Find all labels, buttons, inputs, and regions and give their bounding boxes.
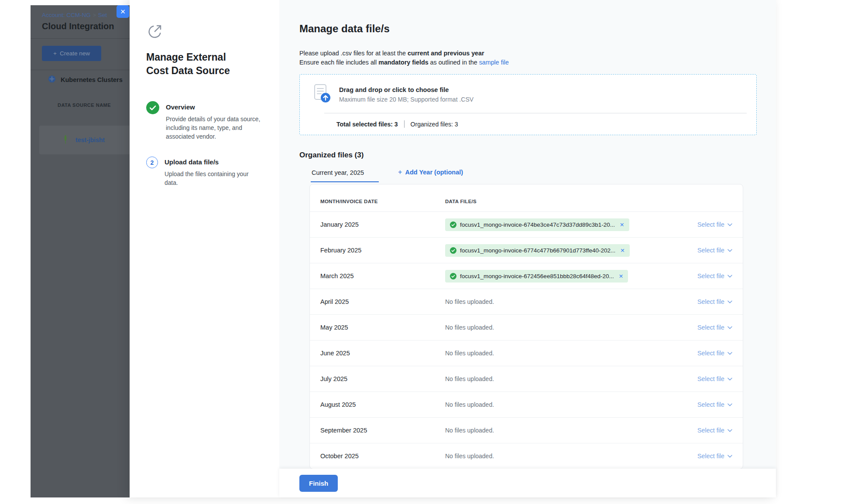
plus-icon: + <box>398 168 402 176</box>
main-scroll-area[interactable]: Manage data file/s Please upload .csv fi… <box>279 0 776 469</box>
file-uploaded-icon <box>450 221 456 228</box>
file-cell: No files uploaded. <box>445 349 676 357</box>
no-files-text: No files uploaded. <box>445 375 494 382</box>
select-file-label: Select file <box>697 221 724 228</box>
file-chip: focusv1_mongo-invoice-6774c477b667901d77… <box>445 244 630 257</box>
remove-file-icon[interactable]: ✕ <box>620 247 624 254</box>
column-header-data-source-name: DATA SOURCE NAME <box>58 102 111 108</box>
chevron-down-icon <box>727 378 732 381</box>
kubernetes-icon <box>48 75 56 85</box>
divider <box>404 120 405 128</box>
file-cell: No files uploaded. <box>445 401 676 409</box>
year-tabs: Current year, 2025 + Add Year (optional) <box>299 168 757 182</box>
select-file-label: Select file <box>697 272 724 279</box>
table-row: May 2025 No files uploaded. Select file <box>310 315 743 341</box>
file-cell: focusv1_mongo-invoice-672456ee851bbb28c6… <box>445 270 676 283</box>
select-file-label: Select file <box>697 247 724 254</box>
table-header-row: MONTH/INVOICE DATE DATA FILE/S <box>310 191 743 212</box>
total-selected-files: Total selected files: 3 <box>336 121 398 128</box>
dropzone-title: Drag and drop or click to choose file <box>339 86 473 93</box>
file-name: focusv1_mongo-invoice-674be3ce47c73d37dd… <box>460 221 615 228</box>
breadcrumb-page: Set <box>98 12 107 18</box>
no-files-text: No files uploaded. <box>445 401 494 408</box>
month-label: June 2025 <box>320 350 445 357</box>
remove-file-icon[interactable]: ✕ <box>619 273 623 279</box>
add-year-button[interactable]: + Add Year (optional) <box>398 168 463 182</box>
column-month-invoice-date: MONTH/INVOICE DATE <box>320 199 445 204</box>
sample-file-link[interactable]: sample file <box>479 59 509 66</box>
create-new-button[interactable]: + Create new <box>42 46 101 61</box>
mongodb-leaf-icon <box>62 134 69 146</box>
file-cell: focusv1_mongo-invoice-6774c477b667901d77… <box>445 244 676 257</box>
remove-file-icon[interactable]: ✕ <box>620 221 624 228</box>
select-file-dropdown[interactable]: Select file <box>697 350 732 357</box>
step-overview-label: Overview <box>166 101 261 111</box>
file-name: focusv1_mongo-invoice-672456ee851bbb28c6… <box>460 273 614 279</box>
table-row: June 2025 No files uploaded. Select file <box>310 341 743 366</box>
select-file-dropdown[interactable]: Select file <box>697 272 732 279</box>
file-cell: No files uploaded. <box>445 324 676 331</box>
select-file-dropdown[interactable]: Select file <box>697 427 732 434</box>
organized-files-heading: Organized files (3) <box>299 151 757 160</box>
step-overview[interactable]: Overview Provide details of your data so… <box>146 101 271 141</box>
step-upload-label: Upload data file/s <box>165 156 260 166</box>
upload-file-icon <box>311 83 332 106</box>
step-upload-description: Upload the files containing your data. <box>165 170 260 187</box>
tab-current-year[interactable]: Current year, 2025 <box>311 169 379 182</box>
table-row: March 2025 focusv1_mongo-invoice-672456e… <box>310 263 743 289</box>
step-complete-icon <box>146 101 159 141</box>
instruction-line-2: Ensure each file includes all mandatory … <box>299 58 757 67</box>
select-file-dropdown[interactable]: Select file <box>697 453 732 460</box>
no-files-text: No files uploaded. <box>445 453 494 460</box>
file-uploaded-icon <box>450 273 456 279</box>
breadcrumb-separator-icon: > <box>93 12 96 18</box>
export-cloud-icon <box>146 24 271 40</box>
close-drawer-button[interactable]: ✕ <box>117 5 129 18</box>
chevron-down-icon <box>727 249 732 252</box>
drawer-footer: Finish <box>279 469 776 497</box>
month-label: October 2025 <box>320 453 445 460</box>
stepper-panel: Manage External Cost Data Source Overvie… <box>130 0 279 497</box>
step-number-badge: 2 <box>146 157 158 168</box>
month-label: March 2025 <box>320 272 445 279</box>
month-label: September 2025 <box>320 427 445 434</box>
file-chip: focusv1_mongo-invoice-674be3ce47c73d37dd… <box>445 218 629 231</box>
table-row: August 2025 No files uploaded. Select fi… <box>310 392 743 418</box>
table-row: January 2025 focusv1_mongo-invoice-674be… <box>310 212 743 238</box>
select-file-label: Select file <box>697 324 724 331</box>
file-uploaded-icon <box>450 247 456 254</box>
data-source-name-link[interactable]: test-jbisht <box>75 136 105 143</box>
breadcrumb: Account: CCM-NG>Set <box>42 12 107 18</box>
file-chip: focusv1_mongo-invoice-672456ee851bbb28c6… <box>445 270 628 283</box>
step-upload-data[interactable]: 2 Upload data file/s Upload the files co… <box>146 156 271 187</box>
tab-kubernetes-clusters[interactable]: Kubernetes Clusters <box>48 75 123 85</box>
table-row: April 2025 No files uploaded. Select fil… <box>310 289 743 315</box>
section-title: Manage data file/s <box>299 0 757 35</box>
drawer-title: Manage External Cost Data Source <box>146 51 251 78</box>
chevron-down-icon <box>727 326 732 329</box>
select-file-label: Select file <box>697 375 724 382</box>
upload-step-panel: Manage data file/s Please upload .csv fi… <box>279 0 776 497</box>
divider <box>31 70 130 70</box>
file-dropzone[interactable]: Drag and drop or click to choose file Ma… <box>299 74 757 135</box>
manage-external-cost-drawer: Manage External Cost Data Source Overvie… <box>130 0 776 497</box>
select-file-label: Select file <box>697 298 724 305</box>
select-file-label: Select file <box>697 350 724 357</box>
month-label: February 2025 <box>320 247 445 254</box>
select-file-dropdown[interactable]: Select file <box>697 247 732 254</box>
select-file-dropdown[interactable]: Select file <box>697 401 732 408</box>
step-overview-description: Provide details of your data source, inc… <box>166 115 261 141</box>
select-file-dropdown[interactable]: Select file <box>697 221 732 228</box>
file-name: focusv1_mongo-invoice-6774c477b667901d77… <box>460 247 615 254</box>
select-file-dropdown[interactable]: Select file <box>697 298 732 305</box>
month-label: July 2025 <box>320 375 445 382</box>
finish-button[interactable]: Finish <box>299 475 338 492</box>
file-cell: No files uploaded. <box>445 375 676 383</box>
select-file-dropdown[interactable]: Select file <box>697 375 732 382</box>
chevron-down-icon <box>727 223 732 226</box>
breadcrumb-account-link[interactable]: Account: CCM-NG <box>42 12 91 18</box>
table-body: January 2025 focusv1_mongo-invoice-674be… <box>310 212 743 469</box>
select-file-dropdown[interactable]: Select file <box>697 324 732 331</box>
no-files-text: No files uploaded. <box>445 350 494 357</box>
dropzone-subtitle: Maximum file size 20 MB; Supported forma… <box>339 96 473 103</box>
